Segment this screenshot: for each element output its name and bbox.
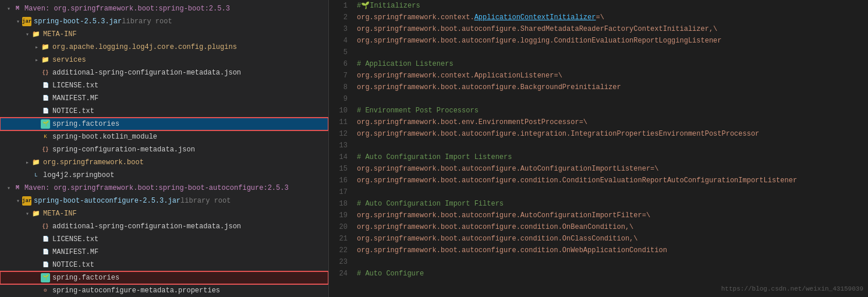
kotlin-icon: K: [41, 132, 50, 142]
tree-item-pkg1[interactable]: 📁 org.apache.logging.log4j.core.config.p…: [0, 41, 328, 54]
item-label: spring.factories: [52, 274, 119, 282]
tree-item-license1[interactable]: 📄 LICENSE.txt: [0, 79, 328, 92]
code-line-15: org.springframework.boot.autoconfigure.A…: [357, 163, 868, 175]
code-panel: 123456789101112131415161718192021222324 …: [329, 0, 868, 297]
arrow-closed: [33, 44, 41, 51]
line-num-13: 13: [329, 140, 348, 151]
code-line-3: org.springframework.boot.autoconfigure.S…: [357, 23, 868, 35]
tree-item-maven1[interactable]: M Maven: org.springframework.boot:spring…: [0, 2, 328, 15]
item-label: spring-boot.kotlin_module: [52, 133, 157, 141]
code-line-21: org.springframework.boot.autoconfigure.c…: [357, 233, 868, 245]
factories-icon: 🌱: [41, 273, 50, 282]
item-label: Maven: org.springframework.boot:spring-b…: [24, 5, 230, 13]
item-label: LICENSE.txt: [52, 82, 98, 90]
log4j-icon: L: [31, 171, 41, 180]
code-segment: org.springframework.boot.autoconfigure.c…: [357, 176, 797, 185]
code-line-13: [357, 140, 868, 151]
line-num-20: 20: [329, 221, 348, 233]
tree-item-jar2[interactable]: jar spring-boot-autoconfigure-2.5.3.jar …: [0, 195, 328, 207]
code-line-6: # Application Listeners: [357, 58, 868, 70]
item-label: META-INF: [43, 30, 77, 38]
line-num-15: 15: [329, 163, 348, 175]
line-num-19: 19: [329, 210, 348, 221]
tree-item-notice1[interactable]: 📄 NOTICE.txt: [0, 105, 328, 118]
tree-item-config1[interactable]: {} spring-configuration-metadata.json: [0, 143, 328, 156]
line-num-5: 5: [329, 47, 348, 58]
line-num-9: 9: [329, 93, 348, 105]
code-segment: =\: [554, 72, 562, 80]
line-num-21: 21: [329, 233, 348, 245]
item-label: spring-boot-2.5.3.jar: [34, 17, 122, 26]
tree-item-manifest2[interactable]: 📄 MANIFEST.MF: [0, 246, 328, 259]
item-label: spring-autoconfigure-metadata.properties: [52, 287, 220, 295]
line-num-10: 10: [329, 105, 348, 116]
code-line-18: # Auto Configuration Import Filters: [357, 198, 868, 210]
tree-item-manifest1[interactable]: 📄 MANIFEST.MF: [0, 92, 328, 105]
jar-icon: jar: [22, 17, 31, 26]
tree-item-additional1[interactable]: {} additional-spring-configuration-metad…: [0, 66, 328, 79]
code-segment: # Auto Configure: [357, 270, 424, 278]
line-num-7: 7: [329, 70, 348, 82]
tree-item-kotlin1[interactable]: K spring-boot.kotlin_module: [0, 130, 328, 143]
code-line-24: # Auto Configure: [357, 268, 868, 280]
line-num-22: 22: [329, 245, 348, 256]
code-segment: org.springframework.boot.autoconfigure.B…: [357, 83, 621, 91]
props-icon: ⚙: [41, 286, 50, 295]
tree-item-log4j1[interactable]: L log4j2.springboot: [0, 169, 328, 182]
item-label: additional-spring-configuration-metadata…: [52, 69, 241, 77]
code-line-23: [357, 256, 868, 268]
code-content: #🌱Initializersorg.springframework.contex…: [352, 0, 868, 297]
arrow-open: [5, 185, 13, 192]
code-line-2: org.springframework.context.ApplicationC…: [357, 12, 868, 23]
tree-item-factories1[interactable]: 🌱 spring.factories: [0, 118, 328, 130]
code-segment: org.springframework.boot.autoconfigure.S…: [357, 25, 717, 33]
item-label: org.apache.logging.log4j.core.config.plu…: [52, 43, 237, 51]
code-line-4: org.springframework.boot.autoconfigure.l…: [357, 35, 868, 47]
code-segment: # Application Listeners: [357, 60, 454, 68]
code-line-22: org.springframework.boot.autoconfigure.c…: [357, 245, 868, 256]
tree-item-factories2[interactable]: 🌱 spring.factories: [0, 271, 328, 284]
code-segment: org.springframework.boot.autoconfigure.c…: [357, 246, 667, 254]
line-num-16: 16: [329, 175, 348, 186]
code-segment: org.springframework.boot.env.Environment…: [357, 118, 579, 126]
tree-item-meta1[interactable]: 📁 META-INF: [0, 28, 328, 41]
arrow-closed: [33, 56, 41, 63]
json-icon: {}: [41, 222, 50, 231]
item-label: Maven: org.springframework.boot:spring-b…: [24, 184, 289, 192]
file-tree-panel[interactable]: M Maven: org.springframework.boot:spring…: [0, 0, 329, 297]
factories-icon: 🌱: [41, 119, 50, 129]
item-label: MANIFEST.MF: [52, 248, 98, 256]
arrow-open: [23, 210, 31, 217]
tree-item-autoconfigure1[interactable]: ⚙ spring-autoconfigure-metadata.properti…: [0, 284, 328, 297]
folder-icon: 📁: [31, 158, 41, 167]
tree-item-notice2[interactable]: 📄 NOTICE.txt: [0, 259, 328, 271]
arrow-open: [14, 197, 22, 204]
code-segment: org.springframework.boot.autoconfigure.c…: [357, 235, 637, 243]
tree-item-meta2[interactable]: 📁 META-INF: [0, 207, 328, 220]
tree-item-sbpkg1[interactable]: 📁 org.springframework.boot: [0, 156, 328, 169]
line-numbers: 123456789101112131415161718192021222324: [329, 0, 352, 297]
line-num-8: 8: [329, 82, 348, 93]
code-line-8: org.springframework.boot.autoconfigure.B…: [357, 82, 868, 93]
tree-item-svc1[interactable]: 📁 services: [0, 54, 328, 66]
tree-item-additional2[interactable]: {} additional-spring-configuration-metad…: [0, 220, 328, 233]
tree-item-jar1[interactable]: jar spring-boot-2.5.3.jar library root: [0, 15, 328, 28]
item-label: NOTICE.txt: [52, 261, 94, 269]
arrow-open: [14, 18, 22, 25]
code-line-16: org.springframework.boot.autoconfigure.c…: [357, 175, 868, 186]
line-num-4: 4: [329, 35, 348, 47]
folder-icon: 📁: [31, 30, 41, 39]
txt-icon: 📄: [41, 260, 50, 270]
code-line-11: org.springframework.boot.env.Environment…: [357, 116, 868, 128]
item-label: log4j2.springboot: [43, 171, 114, 179]
watermark: https://blog.csdn.net/weixin_43159039: [721, 285, 863, 292]
code-segment: # Auto Configuration Import Listeners: [357, 153, 512, 161]
code-line-14: # Auto Configuration Import Listeners: [357, 151, 868, 163]
tree-item-license2[interactable]: 📄 LICENSE.txt: [0, 233, 328, 246]
item-label: spring.factories: [52, 120, 119, 128]
line-num-23: 23: [329, 256, 348, 268]
item-label: spring-boot-autoconfigure-2.5.3.jar: [34, 197, 180, 205]
line-num-17: 17: [329, 186, 348, 198]
tree-item-maven2[interactable]: M Maven: org.springframework.boot:spring…: [0, 182, 328, 195]
code-segment: Initializers: [370, 2, 420, 10]
